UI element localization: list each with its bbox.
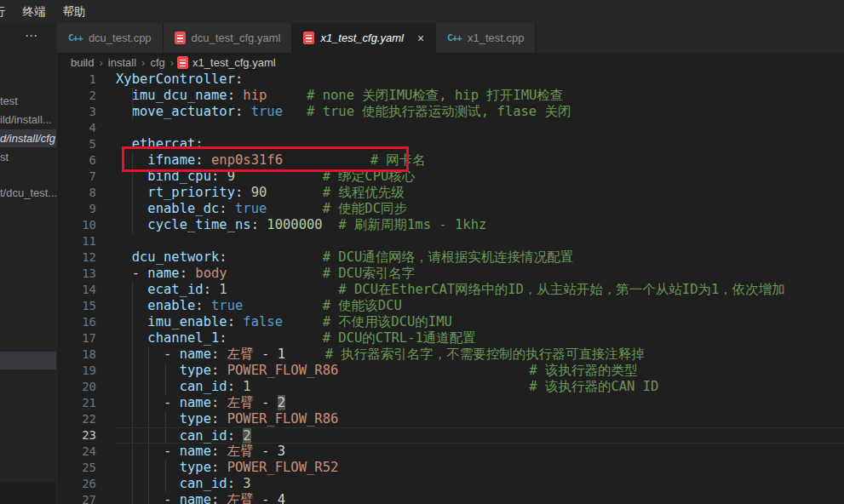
code-line[interactable]: 7 bind_cpu: 9 # 绑定CPU核心 bbox=[57, 169, 844, 185]
editor-tab[interactable]: dcu_test_cfg.yaml bbox=[164, 23, 293, 53]
line-number: 27 bbox=[57, 492, 116, 504]
code-token: : bbox=[211, 395, 227, 410]
indent-guide bbox=[165, 460, 166, 476]
code-line[interactable]: 6 ifname: enp0s31f6 # 网卡名 bbox=[57, 152, 844, 169]
code-token bbox=[283, 152, 370, 168]
code-token: true bbox=[211, 298, 243, 313]
cpp-file-icon: C++ bbox=[68, 32, 83, 43]
breadcrumb-file[interactable]: x1_test_cfg.yaml bbox=[177, 56, 276, 69]
code-token: hip bbox=[243, 88, 267, 103]
editor-tab[interactable]: C++x1_test.cpp bbox=[436, 23, 536, 53]
code-line[interactable]: 18 - name: 左臂 - 1 # 执行器索引名字，不需要控制的执行器可直接… bbox=[57, 346, 844, 363]
code-text: type: POWER_FLOW_R86 # 该执行器的类型 bbox=[116, 363, 844, 379]
indent-guide bbox=[165, 379, 166, 395]
editor-tab[interactable]: x1_test_cfg.yaml× bbox=[292, 23, 436, 53]
code-line[interactable]: 26 can_id: 3 bbox=[57, 476, 844, 492]
code-token: imu_enable bbox=[147, 314, 227, 329]
code-token: 3 bbox=[243, 476, 250, 491]
indent-guide bbox=[132, 476, 133, 492]
code-token: type bbox=[180, 363, 211, 378]
line-number: 11 bbox=[57, 233, 116, 249]
code-token bbox=[283, 104, 307, 119]
code-line[interactable]: 9 enable_dc: true # 使能DC同步 bbox=[57, 201, 844, 217]
code-token: can_id bbox=[180, 379, 227, 394]
code-token: - bbox=[254, 395, 278, 410]
code-line[interactable]: 17 channel_1: # DCU的CTRL-1通道配置 bbox=[57, 330, 844, 346]
sidebar-item[interactable]: test bbox=[0, 92, 56, 110]
code-line[interactable]: 23 can_id: 2 bbox=[57, 427, 844, 444]
indent-guide bbox=[132, 152, 133, 169]
code-text: type: POWER_FLOW_R86 bbox=[116, 411, 844, 427]
breadcrumb-item[interactable]: cfg bbox=[148, 56, 166, 69]
sidebar-item[interactable]: st bbox=[0, 148, 56, 166]
code-line[interactable]: 15 enable: true # 使能该DCU bbox=[57, 298, 844, 314]
code-line[interactable]: 19 type: POWER_FLOW_R86 # 该执行器的类型 bbox=[57, 363, 844, 379]
code-token: : bbox=[211, 411, 227, 427]
breadcrumb-item[interactable]: install bbox=[106, 56, 138, 69]
tab-label: dcu_test.cpp bbox=[89, 32, 152, 44]
code-token: name bbox=[180, 444, 211, 459]
code-line[interactable]: 14 ecat_id: 1 # DCU在EtherCAT网络中的ID，从主站开始… bbox=[57, 282, 844, 298]
code-line[interactable]: 3 move_actuator: true # true 使能执行器运动测试, … bbox=[57, 104, 844, 120]
indent-guide bbox=[148, 428, 149, 443]
indent-guide bbox=[165, 363, 166, 379]
code-text: imu_enable: false # 不使用该DCU的IMU bbox=[116, 314, 844, 330]
code-token: move_actuator bbox=[132, 104, 235, 119]
code-token: : bbox=[211, 444, 227, 459]
code-token: # 该执行器的CAN ID bbox=[529, 379, 658, 394]
code-line[interactable]: 8 rt_priority: 90 # 线程优先级 bbox=[57, 185, 844, 201]
menu-item[interactable]: 终端 bbox=[14, 0, 55, 23]
editor[interactable]: 1XyberController:2 imu_dcu_name: hip # n… bbox=[57, 72, 844, 504]
code-line[interactable]: 1XyberController: bbox=[57, 72, 844, 88]
line-number: 20 bbox=[57, 379, 116, 395]
code-token: : bbox=[180, 266, 196, 281]
code-token bbox=[323, 217, 339, 232]
code-token: enable bbox=[147, 298, 195, 313]
indent-guide bbox=[132, 330, 133, 346]
code-token bbox=[116, 249, 132, 265]
yaml-file-icon bbox=[175, 32, 186, 44]
breadcrumb-item[interactable]: build bbox=[69, 56, 95, 69]
code-line[interactable]: 10 cycle_time_ns: 1000000 # 刷新周期1ms - 1k… bbox=[57, 217, 844, 233]
sidebar-selection-row[interactable] bbox=[0, 352, 56, 369]
code-text: - name: 左臂 - 4 bbox=[116, 492, 844, 504]
sidebar-item[interactable]: t/dcu_test... bbox=[0, 184, 56, 202]
line-number: 3 bbox=[57, 104, 116, 120]
code-token: : bbox=[204, 282, 220, 297]
code-token bbox=[235, 169, 323, 184]
indent-guide bbox=[132, 88, 133, 104]
code-line[interactable]: 27 - name: 左臂 - 4 bbox=[57, 492, 844, 504]
code-token: false bbox=[243, 314, 283, 329]
sidebar-item[interactable]: d/install/cfg bbox=[0, 129, 56, 147]
code-line[interactable]: 13 - name: body # DCU索引名字 bbox=[57, 266, 844, 282]
code-line[interactable]: 5 ethercat: bbox=[57, 136, 844, 152]
code-token bbox=[267, 88, 307, 103]
menu-item[interactable]: 行 bbox=[0, 0, 14, 23]
more-actions-button[interactable]: ⋯ bbox=[25, 28, 38, 43]
indent-guide bbox=[148, 492, 149, 504]
code-line[interactable]: 2 imu_dcu_name: hip # none 关闭IMU检查, hip … bbox=[57, 88, 844, 104]
close-icon[interactable]: × bbox=[417, 32, 424, 44]
code-token: : bbox=[211, 460, 227, 475]
code-token: # DCU通信网络，请根据实机连接情况配置 bbox=[323, 249, 574, 265]
code-token: : bbox=[227, 88, 244, 103]
code-token: : bbox=[235, 72, 243, 87]
code-text bbox=[116, 233, 844, 249]
code-line[interactable]: 22 type: POWER_FLOW_R86 bbox=[57, 411, 844, 427]
code-token: 1 bbox=[243, 379, 250, 394]
code-line[interactable]: 11 bbox=[57, 233, 844, 249]
menu-item[interactable]: 帮助 bbox=[55, 0, 95, 23]
code-line[interactable]: 4 bbox=[57, 120, 844, 136]
indent-guide bbox=[132, 282, 133, 298]
code-line[interactable]: 12 dcu_network: # DCU通信网络，请根据实机连接情况配置 bbox=[57, 249, 844, 266]
code-line[interactable]: 16 imu_enable: false # 不使用该DCU的IMU bbox=[57, 314, 844, 330]
sidebar-item[interactable]: ild/install... bbox=[0, 111, 56, 129]
code-line[interactable]: 24 - name: 左臂 - 3 bbox=[57, 444, 844, 460]
indent-guide bbox=[165, 428, 166, 443]
code-line[interactable]: 21 - name: 左臂 - 2 bbox=[57, 395, 844, 411]
line-number: 7 bbox=[57, 169, 116, 185]
code-line[interactable]: 20 can_id: 1 # 该执行器的CAN ID bbox=[57, 379, 844, 395]
editor-tab[interactable]: C++dcu_test.cpp bbox=[57, 23, 164, 53]
code-line[interactable]: 25 type: POWER_FLOW_R52 bbox=[57, 460, 844, 476]
code-token: # none 关闭IMU检查, hip 打开IMU检查 bbox=[307, 88, 563, 103]
